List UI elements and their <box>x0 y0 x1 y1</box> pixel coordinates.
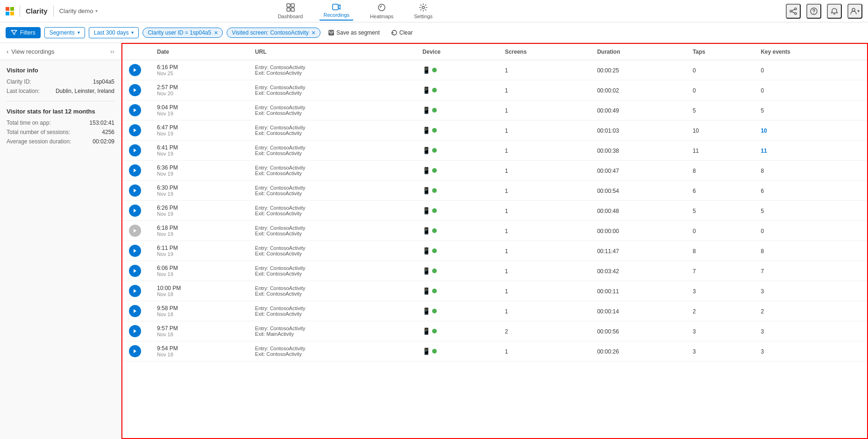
svg-point-8 <box>790 10 792 12</box>
visited-screen-chip: Visited screen: ContosoActivity × <box>227 28 320 38</box>
url-exit: Exit: ContosoActivity <box>255 130 409 136</box>
svg-rect-4 <box>333 4 338 10</box>
table-row[interactable]: 6:30 PM Nov 19 Entry: ContosoActivity Ex… <box>122 181 867 201</box>
play-cell[interactable] <box>122 301 150 321</box>
date-range-button[interactable]: Last 300 days ▾ <box>89 27 139 38</box>
clarity-user-chip-remove[interactable]: × <box>214 29 218 36</box>
play-cell[interactable] <box>122 321 150 341</box>
play-cell[interactable] <box>122 120 150 141</box>
play-cell[interactable] <box>122 281 150 301</box>
taps-value: 6 <box>693 188 696 194</box>
table-row[interactable]: 9:04 PM Nov 19 Entry: ContosoActivity Ex… <box>122 100 867 120</box>
filters-button[interactable]: Filters <box>6 27 41 38</box>
play-cell[interactable] <box>122 161 150 181</box>
play-button[interactable] <box>129 84 141 96</box>
view-recordings-back[interactable]: ‹ View recordings <box>7 48 55 55</box>
svg-rect-2 <box>287 8 290 11</box>
duration-value: 00:03:42 <box>597 268 619 275</box>
play-button[interactable] <box>129 345 141 357</box>
nav-settings[interactable]: Settings <box>410 1 436 21</box>
help-button[interactable] <box>806 4 821 19</box>
table-row[interactable]: 9:57 PM Nov 18 Entry: ContosoActivity Ex… <box>122 321 867 341</box>
key-events-cell: 2 <box>754 301 867 321</box>
col-key-events[interactable]: Key events <box>754 44 867 60</box>
mobile-device-icon: 📱 <box>422 307 430 315</box>
play-button[interactable] <box>129 265 141 277</box>
col-date-label[interactable]: Date <box>150 44 249 60</box>
table-row[interactable]: 6:47 PM Nov 19 Entry: ContosoActivity Ex… <box>122 120 867 141</box>
table-row[interactable]: 6:36 PM Nov 19 Entry: ContosoActivity Ex… <box>122 161 867 181</box>
play-cell[interactable] <box>122 60 150 80</box>
play-cell[interactable] <box>122 80 150 100</box>
taps-value: 2 <box>693 308 696 315</box>
mobile-device-icon: 📱 <box>422 227 430 234</box>
play-button[interactable] <box>129 124 141 136</box>
save-segment-button[interactable]: Save as segment <box>324 28 384 38</box>
duration-value: 00:00:38 <box>597 148 619 154</box>
device-status-dot <box>432 269 437 273</box>
play-button[interactable] <box>129 164 141 177</box>
last-location-value: Dublin, Leinster, Ireland <box>56 88 114 94</box>
col-screens[interactable]: Screens <box>498 44 591 60</box>
table-row[interactable]: 6:18 PM Nov 19 Entry: ContosoActivity Ex… <box>122 221 867 241</box>
play-button[interactable] <box>129 144 141 156</box>
recording-time: 6:18 PM <box>157 225 242 231</box>
nav-heatmaps[interactable]: Heatmaps <box>366 1 397 21</box>
table-row[interactable]: 6:06 PM Nov 19 Entry: ContosoActivity Ex… <box>122 261 867 281</box>
table-row[interactable]: 6:11 PM Nov 19 Entry: ContosoActivity Ex… <box>122 241 867 261</box>
mobile-device-icon: 📱 <box>422 327 430 335</box>
nav-recordings[interactable]: Recordings <box>320 2 353 21</box>
col-device[interactable]: Device <box>416 44 498 60</box>
nav-dashboard[interactable]: Dashboard <box>274 1 307 21</box>
play-button[interactable] <box>129 205 141 217</box>
duration-cell: 00:00:56 <box>591 321 686 341</box>
play-cell[interactable] <box>122 100 150 120</box>
mobile-device-icon: 📱 <box>422 347 430 355</box>
play-cell[interactable] <box>122 141 150 161</box>
url-exit: Exit: ContosoActivity <box>255 271 409 276</box>
table-row[interactable]: 6:16 PM Nov 25 Entry: ContosoActivity Ex… <box>122 60 867 80</box>
play-button[interactable] <box>129 285 141 297</box>
recording-date: Nov 18 <box>157 352 242 357</box>
play-cell[interactable] <box>122 241 150 261</box>
play-button[interactable] <box>129 305 141 317</box>
play-button[interactable] <box>129 64 141 76</box>
key-events-value: 0 <box>761 67 764 74</box>
play-button[interactable] <box>129 245 141 257</box>
recording-time: 6:06 PM <box>157 265 242 271</box>
notifications-button[interactable] <box>827 4 842 19</box>
play-cell[interactable] <box>122 181 150 201</box>
play-cell[interactable] <box>122 201 150 221</box>
clear-button[interactable]: Clear <box>387 28 417 38</box>
table-row[interactable]: 6:41 PM Nov 19 Entry: ContosoActivity Ex… <box>122 141 867 161</box>
col-duration[interactable]: Duration <box>591 44 686 60</box>
table-row[interactable]: 2:57 PM Nov 20 Entry: ContosoActivity Ex… <box>122 80 867 100</box>
duration-value: 00:00:48 <box>597 208 619 214</box>
table-row[interactable]: 10:00 PM Nov 18 Entry: ContosoActivity E… <box>122 281 867 301</box>
url-exit: Exit: ContosoActivity <box>255 170 409 176</box>
play-cell[interactable] <box>122 341 150 361</box>
sidebar-close-icon[interactable]: ›› <box>110 48 114 55</box>
play-cell[interactable] <box>122 221 150 241</box>
share-button[interactable] <box>786 4 801 19</box>
play-button[interactable] <box>129 104 141 116</box>
project-selector[interactable]: Clarity demo ▾ <box>59 7 98 14</box>
mobile-device-icon: 📱 <box>422 86 430 94</box>
device-cell: 📱 <box>416 341 498 361</box>
col-taps[interactable]: Taps <box>686 44 754 60</box>
account-button[interactable]: ▾ <box>847 4 862 19</box>
recording-time: 6:41 PM <box>157 144 242 151</box>
col-url[interactable]: URL <box>249 44 416 60</box>
table-row[interactable]: 9:58 PM Nov 18 Entry: ContosoActivity Ex… <box>122 301 867 321</box>
screens-value: 1 <box>505 148 508 154</box>
play-button[interactable] <box>129 225 141 237</box>
play-button[interactable] <box>129 325 141 337</box>
visited-screen-chip-remove[interactable]: × <box>312 29 315 36</box>
url-exit: Exit: ContosoActivity <box>255 150 409 156</box>
segments-button[interactable]: Segments ▾ <box>44 27 85 38</box>
table-row[interactable]: 6:26 PM Nov 19 Entry: ContosoActivity Ex… <box>122 201 867 221</box>
play-cell[interactable] <box>122 261 150 281</box>
play-button[interactable] <box>129 184 141 197</box>
table-row[interactable]: 9:54 PM Nov 18 Entry: ContosoActivity Ex… <box>122 341 867 361</box>
url-entry: Entry: ContosoActivity <box>255 85 409 90</box>
